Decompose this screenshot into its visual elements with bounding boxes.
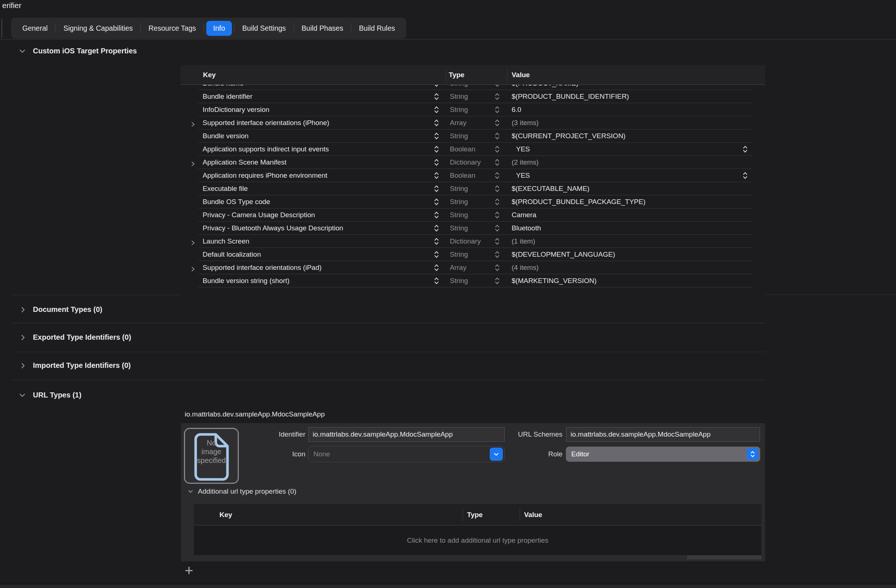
section-exported-types-title[interactable]: Exported Type Identifiers (0) (33, 333, 131, 341)
table-row[interactable]: Executable fileString$(EXECUTABLE_NAME) (181, 182, 765, 195)
table-row[interactable]: Bundle identifierString$(PRODUCT_BUNDLE_… (181, 90, 765, 103)
row-type[interactable]: String (450, 248, 468, 261)
row-type[interactable]: Dictionary (450, 156, 480, 169)
tab-build-phases[interactable]: Build Phases (294, 24, 351, 32)
row-value[interactable]: 6.0 (512, 103, 521, 116)
row-value[interactable]: $(PRODUCT_NAME) (512, 85, 579, 90)
row-key[interactable]: InfoDictionary version (203, 103, 270, 116)
chevron-right-icon[interactable] (19, 306, 27, 315)
key-stepper[interactable] (434, 263, 439, 273)
row-type[interactable]: String (450, 90, 468, 103)
type-stepper[interactable] (494, 263, 500, 273)
tab-resource-tags[interactable]: Resource Tags (141, 24, 204, 32)
table-scrollbar[interactable] (687, 556, 762, 559)
additional-properties-title[interactable]: Additional url type properties (0) (198, 487, 296, 495)
row-type[interactable]: Dictionary (450, 235, 480, 248)
row-type[interactable]: String (450, 209, 468, 222)
row-value[interactable]: Camera (512, 209, 536, 222)
row-key[interactable]: Bundle identifier (203, 90, 252, 103)
key-stepper[interactable] (434, 197, 439, 207)
key-stepper[interactable] (434, 236, 439, 246)
section-custom-ios-title[interactable]: Custom iOS Target Properties (33, 47, 137, 55)
type-stepper[interactable] (494, 131, 500, 141)
section-document-types-title[interactable]: Document Types (0) (33, 305, 102, 314)
row-type[interactable]: String (450, 222, 468, 235)
chevron-down-icon[interactable] (18, 391, 26, 401)
row-type[interactable]: Array (450, 261, 466, 274)
table-row[interactable]: InfoDictionary versionString6.0 (181, 103, 765, 116)
row-value[interactable]: YES (516, 143, 530, 156)
type-stepper[interactable] (494, 85, 500, 88)
url-type-image-well[interactable]: No image specified (184, 428, 239, 484)
table-row[interactable]: Bundle versionString$(CURRENT_PROJECT_VE… (181, 129, 765, 143)
row-value[interactable]: (4 items) (512, 261, 539, 274)
row-key[interactable]: Privacy - Bluetooth Always Usage Descrip… (203, 222, 343, 235)
row-key[interactable]: Supported interface orientations (iPad) (203, 261, 322, 274)
value-stepper[interactable] (742, 145, 748, 154)
row-type[interactable]: Boolean (450, 169, 475, 182)
row-key[interactable]: Bundle OS Type code (203, 195, 270, 209)
row-type[interactable]: String (450, 274, 468, 288)
row-key[interactable]: Application Scene Manifest (203, 156, 286, 169)
key-stepper[interactable] (434, 158, 439, 167)
key-stepper[interactable] (434, 105, 439, 114)
type-stepper[interactable] (494, 224, 500, 233)
row-key[interactable]: Bundle name (203, 85, 244, 90)
row-type[interactable]: String (450, 103, 468, 116)
section-imported-types-title[interactable]: Imported Type Identifiers (0) (33, 361, 131, 370)
key-stepper[interactable] (434, 118, 439, 128)
tab-build-rules[interactable]: Build Rules (351, 24, 403, 32)
table-row[interactable]: Application requires iPhone environmentB… (181, 169, 765, 182)
identifier-field[interactable] (308, 427, 505, 442)
tab-signing-capabilities[interactable]: Signing & Capabilities (56, 24, 140, 32)
row-key[interactable]: Application supports indirect input even… (203, 143, 329, 156)
row-key[interactable]: Launch Screen (203, 235, 250, 248)
row-value[interactable]: (3 items) (512, 116, 539, 129)
add-url-type-button[interactable]: + (185, 563, 193, 578)
value-stepper[interactable] (742, 171, 748, 180)
key-stepper[interactable] (434, 171, 439, 180)
row-key[interactable]: Privacy - Camera Usage Description (203, 209, 315, 222)
row-value[interactable]: Bluetooth (512, 222, 541, 235)
row-type[interactable]: String (450, 195, 468, 209)
key-stepper[interactable] (434, 224, 439, 233)
key-stepper[interactable] (434, 276, 439, 286)
up-down-chevrons-icon[interactable] (747, 448, 759, 460)
row-value[interactable]: YES (516, 169, 530, 182)
row-type[interactable]: String (450, 85, 468, 90)
table-row[interactable]: Bundle OS Type codeString$(PRODUCT_BUNDL… (181, 195, 765, 209)
table-row[interactable]: Privacy - Camera Usage DescriptionString… (181, 209, 765, 222)
row-value[interactable]: $(PRODUCT_BUNDLE_PACKAGE_TYPE) (512, 195, 646, 209)
url-schemes-field[interactable] (566, 427, 760, 442)
section-url-types-title[interactable]: URL Types (1) (33, 391, 82, 399)
type-stepper[interactable] (494, 105, 500, 114)
key-stepper[interactable] (434, 250, 439, 259)
type-stepper[interactable] (494, 250, 500, 259)
key-stepper[interactable] (434, 131, 439, 141)
row-type[interactable]: String (450, 182, 468, 195)
type-stepper[interactable] (494, 236, 500, 246)
chevron-right-icon[interactable] (19, 334, 27, 343)
row-key[interactable]: Supported interface orientations (iPhone… (203, 116, 329, 129)
table-row[interactable]: Bundle nameString$(PRODUCT_NAME) (181, 85, 765, 90)
role-popup[interactable]: Editor (566, 447, 760, 462)
chevron-right-icon[interactable] (19, 362, 27, 371)
type-stepper[interactable] (494, 197, 500, 207)
key-stepper[interactable] (434, 85, 439, 88)
table-row[interactable]: Launch ScreenDictionary(1 item) (181, 235, 765, 248)
key-stepper[interactable] (434, 145, 439, 154)
table-row[interactable]: Supported interface orientations (iPhone… (181, 116, 765, 129)
row-key[interactable]: Bundle version (203, 129, 249, 143)
row-value[interactable]: (1 item) (512, 235, 535, 248)
tab-build-settings[interactable]: Build Settings (235, 24, 293, 32)
tab-info[interactable]: Info (206, 21, 232, 36)
type-stepper[interactable] (494, 92, 500, 101)
table-row[interactable]: Application supports indirect input even… (181, 143, 765, 156)
type-stepper[interactable] (494, 210, 500, 220)
key-stepper[interactable] (434, 210, 439, 220)
row-key[interactable]: Bundle version string (short) (203, 274, 290, 288)
row-type[interactable]: Boolean (450, 143, 475, 156)
table-row[interactable]: Privacy - Bluetooth Always Usage Descrip… (181, 222, 765, 235)
type-stepper[interactable] (494, 171, 500, 180)
row-type[interactable]: String (450, 129, 468, 143)
